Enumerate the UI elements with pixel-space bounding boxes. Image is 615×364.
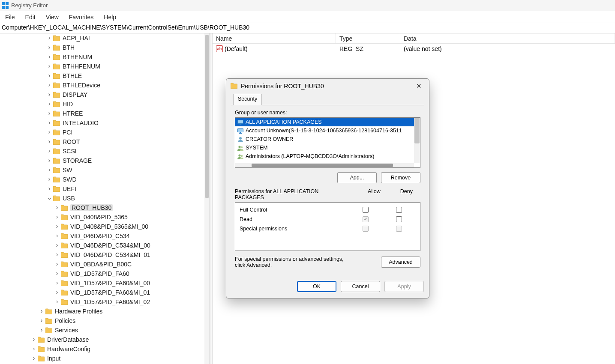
tree-item[interactable]: ROOT_HUB30 <box>0 203 210 212</box>
chevron-icon[interactable] <box>46 54 52 60</box>
tree-item[interactable]: STORAGE <box>0 156 210 165</box>
tree-item[interactable]: Policies <box>0 316 210 325</box>
menu-help[interactable]: Help <box>99 12 121 22</box>
tree-item[interactable]: VID_0BDA&PID_B00C <box>0 260 210 269</box>
dialog-close-button[interactable]: ✕ <box>413 80 425 92</box>
chevron-icon[interactable] <box>46 44 52 51</box>
tree-item[interactable]: SWD <box>0 175 210 184</box>
remove-button[interactable]: Remove <box>381 172 420 183</box>
tree-item[interactable]: ACPI_HAL <box>0 33 210 43</box>
address-bar[interactable]: Computer\HKEY_LOCAL_MACHINE\SYSTEM\Curre… <box>0 23 615 33</box>
chevron-icon[interactable] <box>31 355 37 362</box>
principals-list[interactable]: ALL APPLICATION PACKAGESAccount Unknown(… <box>235 117 420 168</box>
tree-item[interactable]: USB <box>0 194 210 203</box>
tree-item[interactable]: ROOT <box>0 137 210 146</box>
chevron-icon[interactable] <box>46 176 52 183</box>
principal-item[interactable]: SYSTEM <box>235 143 414 152</box>
chevron-icon[interactable] <box>46 82 52 89</box>
chevron-icon[interactable] <box>54 214 60 221</box>
apply-button[interactable]: Apply <box>384 281 424 292</box>
chevron-icon[interactable] <box>54 242 60 249</box>
principal-item[interactable]: Account Unknown(S-1-15-3-1024-1065365936… <box>235 126 414 135</box>
tree-item[interactable]: VID_1D57&PID_FA60&MI_01 <box>0 288 210 297</box>
principals-scrollbar-h[interactable] <box>235 163 414 167</box>
tree-item[interactable]: HardwareConfig <box>0 344 210 354</box>
chevron-icon[interactable] <box>54 251 60 258</box>
chevron-icon[interactable] <box>46 35 52 42</box>
chevron-icon[interactable] <box>46 129 52 136</box>
tree-item[interactable]: BTH <box>0 43 210 52</box>
chevron-icon[interactable] <box>31 336 37 343</box>
tree-item[interactable]: BTHLEDevice <box>0 81 210 90</box>
chevron-icon[interactable] <box>54 298 60 305</box>
menu-edit[interactable]: Edit <box>20 12 41 22</box>
tree-item[interactable]: VID_1D57&PID_FA60 <box>0 269 210 278</box>
chevron-icon[interactable] <box>54 204 60 211</box>
chevron-icon[interactable] <box>39 308 45 315</box>
tree-item[interactable]: VID_046D&PID_C534&MI_00 <box>0 241 210 250</box>
dialog-titlebar[interactable]: Permissions for ROOT_HUB30 ✕ <box>226 79 429 93</box>
tree-item[interactable]: VID_0408&PID_5365 <box>0 212 210 222</box>
chevron-icon[interactable] <box>54 223 60 230</box>
chevron-icon[interactable] <box>54 280 60 286</box>
tree-item[interactable]: BTHENUM <box>0 52 210 62</box>
menu-file[interactable]: File <box>1 12 20 22</box>
tree-item[interactable]: UEFI <box>0 184 210 194</box>
tab-security[interactable]: Security <box>233 94 262 105</box>
principal-item[interactable]: ALL APPLICATION PACKAGES <box>235 118 414 126</box>
allow-checkbox[interactable] <box>363 207 369 213</box>
chevron-icon[interactable] <box>46 185 52 192</box>
chevron-icon[interactable] <box>46 138 52 145</box>
chevron-icon[interactable] <box>46 167 52 173</box>
ok-button[interactable]: OK <box>297 281 336 292</box>
tree-item[interactable]: DISPLAY <box>0 90 210 99</box>
tree-item[interactable]: PCI <box>0 128 210 137</box>
tree-item[interactable]: VID_1D57&PID_FA60&MI_00 <box>0 278 210 288</box>
chevron-icon[interactable] <box>39 327 45 334</box>
tree-item[interactable]: HTREE <box>0 109 210 118</box>
menu-favorites[interactable]: Favorites <box>64 12 99 22</box>
chevron-icon[interactable] <box>39 317 45 324</box>
chevron-icon[interactable] <box>46 101 52 107</box>
chevron-icon[interactable] <box>46 148 52 155</box>
chevron-icon[interactable] <box>54 289 60 296</box>
tree-item[interactable]: VID_046D&PID_C534 <box>0 231 210 241</box>
chevron-icon[interactable] <box>54 261 60 268</box>
principal-item[interactable]: CREATOR OWNER <box>235 135 414 143</box>
chevron-icon[interactable] <box>54 233 60 239</box>
chevron-icon[interactable] <box>46 72 52 79</box>
tree-item[interactable]: INTELAUDIO <box>0 118 210 128</box>
tree-item[interactable]: VID_0408&PID_5365&MI_00 <box>0 222 210 231</box>
deny-checkbox[interactable] <box>396 216 402 222</box>
cancel-button[interactable]: Cancel <box>341 281 380 292</box>
tree-item[interactable]: HID <box>0 99 210 109</box>
value-row[interactable]: ab(Default)REG_SZ(value not set) <box>213 44 615 54</box>
chevron-icon[interactable] <box>46 119 52 126</box>
tree-item[interactable]: DriverDatabase <box>0 335 210 344</box>
add-button[interactable]: Add... <box>337 172 377 183</box>
chevron-icon[interactable] <box>54 270 60 277</box>
chevron-icon[interactable] <box>46 195 52 202</box>
chevron-icon[interactable] <box>46 157 52 164</box>
tree-item[interactable]: SW <box>0 165 210 175</box>
deny-checkbox[interactable] <box>396 207 402 213</box>
principal-item[interactable]: Administrators (LAPTOP-MQBCDD3O\Administ… <box>235 152 414 161</box>
col-header-name[interactable]: Name <box>213 33 336 43</box>
tree-scrollbar[interactable] <box>204 33 210 364</box>
col-header-data[interactable]: Data <box>400 33 615 43</box>
tree-item[interactable]: BTHHFENUM <box>0 62 210 71</box>
tree-item[interactable]: VID_1D57&PID_FA60&MI_02 <box>0 297 210 307</box>
chevron-icon[interactable] <box>46 91 52 98</box>
chevron-icon[interactable] <box>31 346 37 352</box>
col-header-type[interactable]: Type <box>336 33 400 43</box>
tree-item[interactable]: SCSI <box>0 146 210 156</box>
chevron-icon[interactable] <box>46 63 52 70</box>
tree-item[interactable]: VID_046D&PID_C534&MI_01 <box>0 250 210 260</box>
principals-scrollbar-v[interactable] <box>414 118 420 163</box>
advanced-button[interactable]: Advanced <box>381 257 420 268</box>
chevron-icon[interactable] <box>46 110 52 117</box>
tree-item[interactable]: BTHLE <box>0 71 210 81</box>
menu-view[interactable]: View <box>41 12 64 22</box>
tree-item[interactable]: Hardware Profiles <box>0 307 210 316</box>
tree-item[interactable]: Input <box>0 354 210 363</box>
